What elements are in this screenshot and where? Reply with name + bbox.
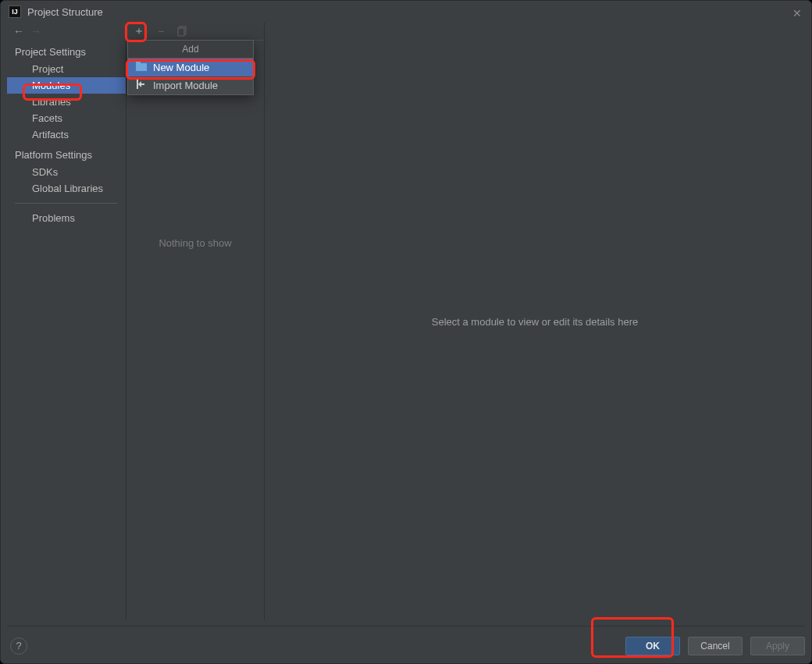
project-settings-header: Project Settings — [7, 40, 126, 61]
window-title: Project Structure — [27, 6, 103, 18]
sidebar-divider — [15, 203, 118, 204]
copy-icon — [176, 25, 189, 37]
sidebar-item-facets[interactable]: Facets — [7, 110, 126, 126]
popup-item-new-module-label: New Module — [153, 62, 209, 73]
help-icon[interactable]: ? — [10, 637, 27, 655]
forward-arrow-icon: → — [30, 25, 41, 37]
detail-placeholder-text: Select a module to view or edit its deta… — [432, 316, 638, 328]
button-row: OK Cancel Apply — [625, 637, 805, 655]
detail-panel: Select a module to view or edit its deta… — [265, 23, 805, 620]
sidebar: ← → Project Settings Project Modules Lib… — [7, 23, 126, 620]
sidebar-nav-bar: ← → — [7, 23, 126, 40]
remove-icon: − — [155, 25, 167, 37]
sidebar-item-libraries[interactable]: Libraries — [7, 94, 126, 110]
cancel-button[interactable]: Cancel — [688, 637, 743, 655]
popup-item-new-module[interactable]: New Module — [128, 59, 253, 76]
popup-item-import-module[interactable]: Import Module — [128, 76, 253, 94]
close-icon[interactable]: ✕ — [792, 7, 802, 20]
empty-list-label: Nothing to show — [126, 237, 264, 249]
svg-rect-3 — [136, 62, 141, 65]
add-icon[interactable]: ＋ — [133, 25, 145, 37]
titlebar: IJ Project Structure ✕ — [1, 1, 811, 23]
apply-button: Apply — [750, 637, 805, 655]
main-area: ← → Project Settings Project Modules Lib… — [7, 23, 805, 620]
sidebar-item-modules[interactable]: Modules — [7, 77, 126, 94]
svg-rect-1 — [178, 28, 184, 36]
import-icon — [136, 80, 147, 91]
bottom-bar: ? OK Cancel Apply — [7, 626, 805, 657]
popup-header: Add — [128, 41, 253, 59]
sidebar-item-project[interactable]: Project — [7, 61, 126, 77]
sidebar-item-artifacts[interactable]: Artifacts — [7, 126, 126, 143]
svg-rect-4 — [137, 80, 138, 89]
popup-item-import-module-label: Import Module — [153, 80, 218, 91]
ok-button[interactable]: OK — [625, 637, 680, 655]
project-structure-dialog: IJ Project Structure ✕ ← → Project Setti… — [0, 0, 812, 664]
sidebar-item-sdks[interactable]: SDKs — [7, 164, 126, 180]
sidebar-item-global-libraries[interactable]: Global Libraries — [7, 180, 126, 197]
module-icon — [136, 62, 147, 73]
module-list-panel: ＋ − Nothing to show — [126, 23, 265, 620]
platform-settings-header: Platform Settings — [7, 143, 126, 164]
list-toolbar: ＋ − — [126, 23, 264, 40]
app-icon: IJ — [9, 5, 21, 18]
back-arrow-icon[interactable]: ← — [13, 25, 24, 37]
module-list-body: Nothing to show — [126, 41, 264, 620]
sidebar-item-problems[interactable]: Problems — [7, 210, 126, 226]
add-popup: Add New Module Import Module — [127, 40, 254, 95]
